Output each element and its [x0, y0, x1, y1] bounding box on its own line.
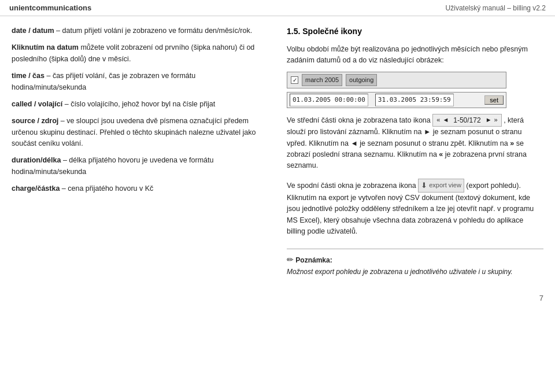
- pagination-desc-3: je seznam posunut o stranu zpět. Kliknut…: [360, 139, 510, 147]
- called-para: called / volající – číslo volajícího, je…: [12, 99, 266, 110]
- month-filter-tag[interactable]: march 2005: [302, 74, 342, 86]
- pagination-widget[interactable]: « ◄ 1-50/172 ► »: [432, 114, 501, 127]
- export-icon-widget[interactable]: ⬇ export view: [418, 179, 464, 193]
- time-term: time / čas: [12, 72, 45, 80]
- called-desc: – číslo volajícího, jehož hovor byl na č…: [62, 100, 215, 108]
- date-para: date / datum – datum přijetí volání je z…: [12, 25, 266, 36]
- click-date-term: Kliknutím na datum: [12, 43, 79, 51]
- note-text: Možnost export pohledu je zobrazena u je…: [287, 268, 513, 276]
- date-desc: – datum přijetí volání je zobrazeno ve f…: [54, 27, 253, 35]
- date-to-input[interactable]: 31.03.2005 23:59:59: [375, 94, 454, 106]
- filter-checkbox[interactable]: ✓: [291, 76, 298, 84]
- filter-box: ✓ march 2005 outgoing: [287, 72, 506, 88]
- note-label: Poznámka:: [295, 256, 332, 264]
- note-pencil-icon: ✏: [287, 255, 294, 264]
- logo: unientcommunications: [9, 3, 91, 12]
- section-number: 1.5.: [287, 27, 300, 36]
- nav-last-inline: »: [510, 139, 514, 147]
- charge-para: charge/částka – cena přijatého hovoru v …: [12, 183, 266, 194]
- page-number: 7: [0, 291, 555, 305]
- nav-prev-inline: ◄: [350, 139, 357, 147]
- section-intro: Volbu období může být realizována po jed…: [287, 44, 543, 66]
- date-from-input[interactable]: 01.03.2005 00:00:00: [290, 94, 368, 106]
- pagination-count: 1-50/172: [452, 115, 482, 126]
- section-heading: 1.5. Společné ikony: [287, 25, 543, 38]
- document-title: Uživatelský manuál – billing v2.2: [446, 4, 546, 12]
- date-term: date / datum: [12, 27, 54, 35]
- called-term: called / volající: [12, 100, 62, 108]
- note-box: ✏ Poznámka: Možnost export pohledu je zo…: [287, 249, 543, 277]
- pagination-para: Ve střední části okna je zobrazena tato …: [287, 114, 543, 172]
- note-content: ✏ Poznámka: Možnost export pohledu je zo…: [287, 254, 543, 277]
- prev-page-icon[interactable]: ◄: [441, 115, 450, 125]
- last-page-icon[interactable]: »: [493, 115, 499, 125]
- duration-term: duration/délka: [12, 156, 61, 164]
- charge-term: charge/částka: [12, 184, 60, 193]
- click-date-para: Kliknutím na datum můžete volit zobrazen…: [12, 42, 266, 65]
- export-intro: Ve spodní části okna je zobrazena ikona: [287, 182, 418, 190]
- section-title-label: Společné ikony: [302, 27, 362, 36]
- source-para: source / zdroj – ve sloupcí jsou uvedena…: [12, 116, 266, 149]
- time-para: time / čas – čas přijetí volání, čas je …: [12, 71, 266, 93]
- date-range-row: 01.03.2005 00:00:00 31.03.2005 23:59:59 …: [287, 92, 506, 108]
- first-page-icon[interactable]: «: [435, 115, 441, 125]
- outgoing-filter-tag[interactable]: outgoing: [346, 74, 377, 86]
- main-content: date / datum – datum přijetí volání je z…: [0, 16, 555, 291]
- right-column: 1.5. Společné ikony Volbu období může bý…: [278, 16, 555, 291]
- export-para: Ve spodní části okna je zobrazena ikona …: [287, 179, 543, 238]
- nav-next-inline: ►: [424, 128, 431, 136]
- export-download-icon: ⬇: [421, 180, 427, 191]
- left-column: date / datum – datum přijetí volání je z…: [0, 16, 278, 291]
- charge-desc: – cena přijatého hovoru v Kč: [60, 184, 153, 193]
- source-term: source / zdroj: [12, 117, 58, 125]
- pagination-intro: Ve střední části okna je zobrazena tato …: [287, 116, 432, 124]
- duration-para: duration/délka – délka přijatého hovoru …: [12, 155, 266, 177]
- page-header: unientcommunications Uživatelský manuál …: [0, 0, 555, 16]
- set-button[interactable]: set: [484, 95, 504, 105]
- nav-first-inline: «: [439, 150, 443, 158]
- export-label: export view: [429, 180, 461, 190]
- next-page-icon[interactable]: ►: [484, 115, 493, 125]
